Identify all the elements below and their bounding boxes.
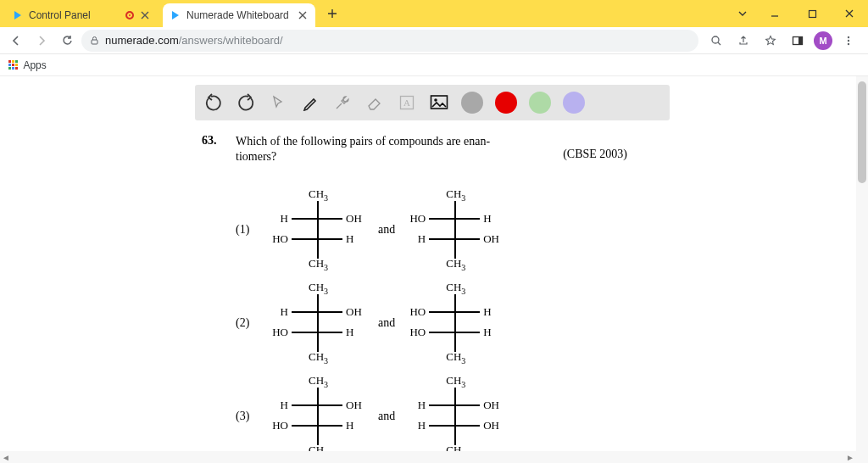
back-button[interactable]	[5, 30, 27, 52]
vertical-scrollbar-thumb[interactable]	[858, 81, 866, 183]
redo-button[interactable]	[236, 92, 256, 113]
color-swatch-purple[interactable]	[563, 92, 585, 114]
lock-icon	[90, 36, 100, 46]
option-label: (1)	[236, 223, 258, 237]
whiteboard-toolbar: A	[195, 85, 670, 120]
eraser-tool[interactable]	[364, 92, 385, 113]
whiteboard-content: A 63. Which of the following pairs of co…	[195, 85, 670, 463]
window-maximize-button[interactable]	[793, 0, 831, 27]
numerade-favicon	[12, 9, 24, 21]
question-number: 63.	[202, 134, 225, 164]
question-source: (CBSE 2003)	[563, 148, 627, 161]
option-label: (3)	[236, 410, 258, 423]
profile-avatar[interactable]: M	[814, 31, 832, 50]
fischer-molecule: CH3 CH3 H OH HO H	[271, 282, 364, 364]
horizontal-scrollbar[interactable]: ◄ ►	[0, 451, 856, 463]
new-tab-button[interactable]	[320, 2, 344, 25]
color-swatch-green[interactable]	[529, 92, 551, 114]
option-label: (2)	[236, 316, 258, 330]
svg-rect-3	[92, 40, 97, 44]
tab-title: Numerade Whiteboard	[186, 9, 292, 21]
tab-close-button[interactable]	[297, 9, 309, 21]
window-minimize-button[interactable]	[756, 0, 793, 27]
page-viewport: A 63. Which of the following pairs of co…	[0, 76, 868, 463]
svg-point-13	[434, 98, 437, 102]
option-row: (2) CH3 CH3 H OH HO H and CH3 CH3	[236, 282, 670, 364]
address-bar[interactable]: numerade.com/answers/whiteboard/	[81, 30, 698, 52]
pointer-tool[interactable]	[268, 92, 288, 113]
scroll-left-arrow[interactable]: ◄	[0, 451, 12, 463]
apps-grid-icon	[8, 60, 18, 70]
panel-toggle-button[interactable]	[787, 30, 809, 52]
tab-control-panel[interactable]: Control Panel	[5, 3, 158, 27]
fischer-molecule: CH3 CH3 HO H H OH	[409, 189, 502, 271]
numerade-favicon	[170, 9, 181, 21]
vertical-scrollbar[interactable]	[856, 76, 868, 463]
color-swatch-red[interactable]	[495, 92, 517, 114]
bookmark-star-button[interactable]	[760, 30, 782, 52]
forward-button[interactable]	[31, 30, 53, 52]
pen-tool[interactable]	[300, 92, 320, 113]
svg-text:A: A	[403, 98, 410, 108]
bookmarks-bar: Apps	[0, 54, 868, 76]
svg-rect-2	[809, 10, 815, 17]
question-block: 63. Which of the following pairs of comp…	[195, 134, 670, 457]
recording-indicator-icon	[125, 11, 134, 20]
option-row: (1) CH3 CH3 H OH HO H and CH3 CH3	[236, 189, 670, 271]
option-and: and	[378, 410, 395, 423]
question-text: Which of the following pairs of compound…	[236, 134, 490, 164]
share-button[interactable]	[732, 30, 754, 52]
svg-point-9	[848, 42, 849, 44]
window-close-button[interactable]	[831, 0, 868, 27]
scroll-right-arrow[interactable]: ►	[844, 451, 856, 463]
fischer-molecule: CH3 CH3 H OH HO H	[271, 189, 364, 271]
apps-shortcut[interactable]: Apps	[8, 59, 47, 71]
reload-button[interactable]	[56, 30, 78, 52]
color-swatch-gray[interactable]	[461, 92, 483, 114]
question-options: (1) CH3 CH3 H OH HO H and CH3 CH3	[236, 189, 670, 457]
image-tool[interactable]	[429, 92, 449, 113]
fischer-molecule: CH3 CH3 HO H HO H	[409, 282, 502, 364]
text-tool[interactable]: A	[397, 92, 417, 113]
svg-point-4	[712, 36, 719, 43]
undo-button[interactable]	[203, 92, 224, 113]
svg-marker-1	[172, 11, 179, 20]
browser-toolbar: numerade.com/answers/whiteboard/ M	[0, 27, 868, 54]
tools-button[interactable]	[332, 92, 353, 113]
fischer-molecule: CH3 CH3 H OH HO H	[271, 376, 364, 457]
svg-marker-0	[14, 11, 21, 20]
menu-button[interactable]	[837, 30, 860, 52]
apps-label: Apps	[23, 59, 46, 71]
option-and: and	[378, 223, 395, 237]
search-engine-icon[interactable]	[705, 30, 727, 52]
svg-point-7	[848, 36, 849, 37]
tab-numerade-whiteboard[interactable]: Numerade Whiteboard	[163, 3, 315, 27]
svg-rect-6	[798, 36, 803, 44]
url-text: numerade.com/answers/whiteboard/	[105, 34, 283, 47]
tab-title: Control Panel	[29, 9, 120, 21]
avatar-letter: M	[819, 36, 826, 46]
svg-point-8	[848, 39, 849, 41]
option-and: and	[378, 316, 395, 330]
option-row: (3) CH3 CH3 H OH HO H and CH3 CH3	[236, 376, 670, 457]
toolbar-right-cluster: M	[702, 30, 863, 52]
tab-close-button[interactable]	[139, 9, 151, 21]
tab-overflow-button[interactable]	[729, 0, 756, 27]
window-controls	[729, 0, 868, 27]
browser-tab-strip: Control Panel Numerade Whiteboard	[0, 0, 868, 27]
fischer-molecule: CH3 CH3 H OH H OH	[409, 376, 502, 457]
